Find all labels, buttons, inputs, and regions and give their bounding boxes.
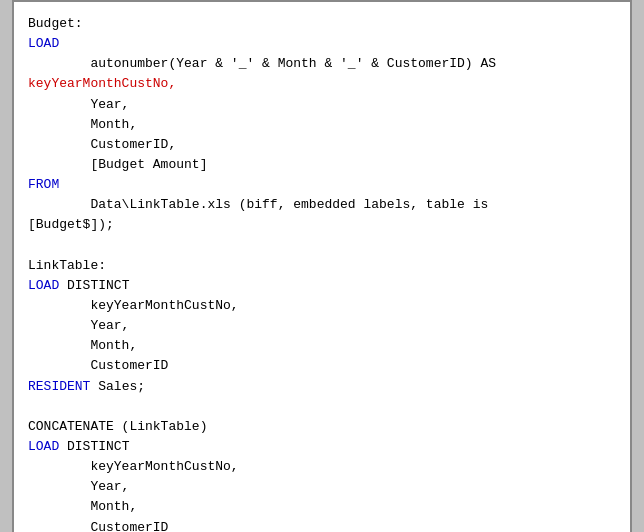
code-line: FROM	[28, 175, 616, 195]
code-line: CONCATENATE (LinkTable)	[28, 417, 616, 437]
code-line: CustomerID	[28, 356, 616, 376]
code-line: LOAD DISTINCT	[28, 437, 616, 457]
code-token: RESIDENT	[28, 379, 90, 394]
code-line: CustomerID	[28, 518, 616, 532]
code-token: DISTINCT	[59, 278, 129, 293]
code-line: Data\LinkTable.xls (biff, embedded label…	[28, 195, 616, 215]
code-line: Year,	[28, 477, 616, 497]
code-token: Year,	[28, 479, 129, 494]
code-token: keyYearMonthCustNo,	[28, 76, 176, 91]
code-line: LOAD	[28, 34, 616, 54]
code-token: Month,	[28, 117, 137, 132]
code-line	[28, 236, 616, 256]
code-token: LinkTable:	[28, 258, 106, 273]
code-line: autonumber(Year & '_' & Month & '_' & Cu…	[28, 54, 616, 74]
code-token: LOAD	[28, 439, 59, 454]
code-line: Year,	[28, 316, 616, 336]
code-token: Month,	[28, 499, 137, 514]
code-token: LOAD	[28, 36, 59, 51]
code-token: Budget:	[28, 16, 83, 31]
code-token: [Budget Amount]	[28, 157, 207, 172]
code-token: Data\LinkTable.xls (biff, embedded label…	[28, 197, 488, 212]
code-window: Budget:LOAD autonumber(Year & '_' & Mont…	[12, 0, 632, 532]
code-line: Year,	[28, 95, 616, 115]
code-token: CustomerID	[28, 520, 168, 532]
code-line: keyYearMonthCustNo,	[28, 457, 616, 477]
code-token: keyYearMonthCustNo,	[28, 298, 239, 313]
code-token: LOAD	[28, 278, 59, 293]
code-block: Budget:LOAD autonumber(Year & '_' & Mont…	[28, 14, 616, 532]
code-line	[28, 397, 616, 417]
code-token: keyYearMonthCustNo,	[28, 459, 239, 474]
code-line: Month,	[28, 336, 616, 356]
code-token: FROM	[28, 177, 59, 192]
code-token: DISTINCT	[59, 439, 129, 454]
code-line: Month,	[28, 497, 616, 517]
code-line: CustomerID,	[28, 135, 616, 155]
code-token: Month,	[28, 338, 137, 353]
code-line: Month,	[28, 115, 616, 135]
code-line: keyYearMonthCustNo,	[28, 296, 616, 316]
code-line: [Budget Amount]	[28, 155, 616, 175]
code-token: CONCATENATE (LinkTable)	[28, 419, 207, 434]
code-line: LOAD DISTINCT	[28, 276, 616, 296]
code-line: Budget:	[28, 14, 616, 34]
code-token: Year,	[28, 318, 129, 333]
code-line: [Budget$]);	[28, 215, 616, 235]
code-token: Sales;	[90, 379, 145, 394]
code-token: CustomerID	[28, 358, 168, 373]
code-token: autonumber(Year & '_' & Month & '_' & Cu…	[28, 56, 496, 71]
code-line: RESIDENT Sales;	[28, 377, 616, 397]
code-token: CustomerID,	[28, 137, 176, 152]
code-token: Year,	[28, 97, 129, 112]
code-line: LinkTable:	[28, 256, 616, 276]
code-token: [Budget$]);	[28, 217, 114, 232]
code-line: keyYearMonthCustNo,	[28, 74, 616, 94]
